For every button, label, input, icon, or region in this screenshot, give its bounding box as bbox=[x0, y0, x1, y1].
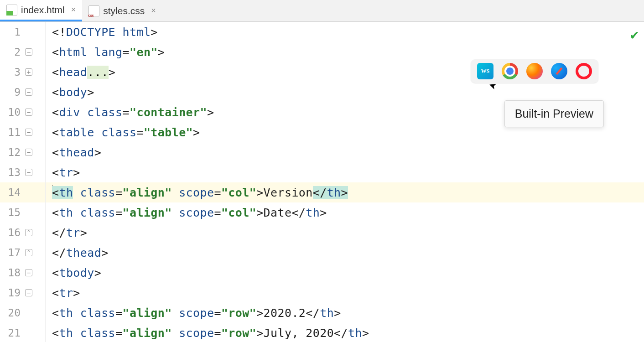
firefox-icon[interactable] bbox=[526, 63, 543, 79]
fold-toggle-icon[interactable]: − bbox=[25, 48, 32, 56]
gutter-line: 21 bbox=[0, 323, 45, 342]
tab-label: index.html bbox=[21, 5, 65, 16]
gutter-line: 9− bbox=[0, 82, 45, 102]
webstorm-preview-icon[interactable]: WS bbox=[477, 63, 493, 79]
line-number: 15 bbox=[0, 207, 25, 218]
gutter-line: 2− bbox=[0, 42, 45, 62]
line-number: 20 bbox=[0, 307, 25, 319]
gutter-line: 14 bbox=[0, 182, 45, 202]
code-line[interactable]: <tbody> bbox=[46, 263, 644, 283]
line-number: 18 bbox=[0, 267, 25, 279]
line-number: 9 bbox=[0, 86, 25, 98]
fold-toggle-icon[interactable]: − bbox=[25, 149, 32, 156]
html-file-icon bbox=[6, 5, 17, 16]
code-line[interactable]: <tr> bbox=[46, 162, 644, 182]
gutter-line: 16⌃ bbox=[0, 223, 45, 243]
gutter-line: 18− bbox=[0, 263, 45, 283]
gutter-line: 15 bbox=[0, 202, 45, 223]
gutter-line: 3+ bbox=[0, 62, 45, 82]
gutter-line: 12− bbox=[0, 142, 45, 162]
fold-toggle-icon[interactable]: − bbox=[25, 129, 32, 136]
line-number: 19 bbox=[0, 287, 25, 299]
tooltip: Built-in Preview bbox=[504, 100, 604, 127]
gutter-line: 13− bbox=[0, 162, 45, 182]
fold-toggle-icon[interactable]: − bbox=[25, 109, 32, 116]
safari-icon[interactable] bbox=[551, 63, 567, 79]
fold-end-icon[interactable]: ⌃ bbox=[25, 249, 32, 256]
gutter-line: 10− bbox=[0, 102, 45, 122]
line-number: 16 bbox=[0, 227, 25, 238]
code-line[interactable]: <body> bbox=[46, 82, 644, 102]
code-line[interactable]: <tr> bbox=[46, 283, 644, 303]
opera-icon[interactable] bbox=[576, 63, 592, 79]
gutter: 12−3+9−10−11−12−13−141516⌃17⌃18−19−2021 bbox=[0, 22, 46, 342]
line-number: 3 bbox=[0, 66, 25, 78]
line-number: 2 bbox=[0, 46, 25, 58]
code-line[interactable]: <th class="align" scope="col">Version</t… bbox=[46, 182, 644, 202]
gutter-line: 11− bbox=[0, 122, 45, 142]
fold-expand-icon[interactable]: + bbox=[25, 68, 32, 76]
code-line[interactable]: <!DOCTYPE html> bbox=[46, 22, 644, 42]
line-number: 13 bbox=[0, 166, 25, 178]
gutter-line: 20 bbox=[0, 303, 45, 323]
tooltip-text: Built-in Preview bbox=[515, 107, 593, 120]
tab-styles-css[interactable]: styles.css × bbox=[82, 0, 162, 21]
fold-toggle-icon[interactable]: − bbox=[25, 289, 32, 296]
line-number: 14 bbox=[0, 187, 25, 198]
fold-toggle-icon[interactable]: − bbox=[25, 169, 32, 176]
inspection-ok-icon[interactable]: ✔ bbox=[630, 26, 639, 42]
chrome-icon[interactable] bbox=[502, 63, 518, 79]
code-line[interactable]: <th class="align" scope="col">Date</th> bbox=[46, 202, 644, 223]
line-number: 1 bbox=[0, 26, 25, 38]
code-line[interactable]: <thead> bbox=[46, 142, 644, 162]
fold-toggle-icon[interactable]: − bbox=[25, 88, 32, 96]
line-number: 21 bbox=[0, 327, 25, 339]
code-line[interactable]: <th class="align" scope="row">2020.2</th… bbox=[46, 303, 644, 323]
close-icon[interactable]: × bbox=[151, 6, 156, 16]
close-icon[interactable]: × bbox=[71, 5, 76, 15]
gutter-line: 1 bbox=[0, 22, 45, 42]
fold-end-icon[interactable]: ⌃ bbox=[25, 229, 32, 236]
gutter-line: 17⌃ bbox=[0, 243, 45, 263]
browser-preview-toolbar: WS bbox=[471, 59, 598, 83]
tab-bar: index.html × styles.css × bbox=[0, 0, 644, 22]
line-number: 17 bbox=[0, 247, 25, 259]
code-line[interactable]: <th class="align" scope="row">July, 2020… bbox=[46, 323, 644, 342]
fold-toggle-icon[interactable]: − bbox=[25, 269, 32, 276]
code-line[interactable]: </tr> bbox=[46, 223, 644, 243]
line-number: 12 bbox=[0, 146, 25, 158]
line-number: 11 bbox=[0, 126, 25, 138]
code-line[interactable]: </thead> bbox=[46, 243, 644, 263]
gutter-line: 19− bbox=[0, 283, 45, 303]
tab-label: styles.css bbox=[103, 5, 145, 16]
line-number: 10 bbox=[0, 106, 25, 118]
tab-index-html[interactable]: index.html × bbox=[0, 0, 82, 21]
css-file-icon bbox=[88, 5, 99, 16]
